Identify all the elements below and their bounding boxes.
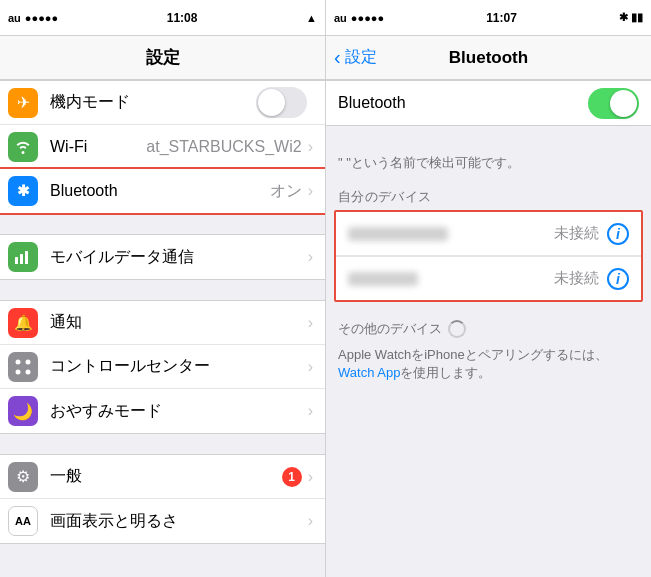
bluetooth-label: Bluetooth xyxy=(50,182,270,200)
cellular-row[interactable]: モバイルデータ通信 › xyxy=(0,235,325,279)
right-status-right: ✱ ▮▮ xyxy=(619,11,643,24)
airplane-toggle-knob xyxy=(258,89,285,116)
battery-status-icon: ▮▮ xyxy=(631,11,643,24)
dnd-chevron-icon: › xyxy=(308,402,313,420)
right-carrier: au xyxy=(334,12,347,24)
separator-space xyxy=(326,306,651,314)
notification-label: 通知 xyxy=(50,312,308,333)
bluetooth-status-icon: ✱ xyxy=(619,11,628,24)
bt-device-1-info-button[interactable]: i xyxy=(607,223,629,245)
cellular-icon xyxy=(8,242,38,272)
dnd-row[interactable]: 🌙 おやすみモード › xyxy=(0,389,325,433)
settings-group-2: モバイルデータ通信 › xyxy=(0,234,325,280)
bt-device-2-name xyxy=(348,272,554,286)
notification-row[interactable]: 🔔 通知 › xyxy=(0,301,325,345)
bt-device-1-name xyxy=(348,227,554,241)
wifi-row[interactable]: Wi-Fi at_STARBUCKS_Wi2 › xyxy=(0,125,325,169)
right-nav-title: Bluetooth xyxy=(449,48,528,68)
right-nav-bar: ‹ 設定 Bluetooth xyxy=(325,36,651,80)
wifi-value: at_STARBUCKS_Wi2 xyxy=(146,138,301,156)
svg-point-5 xyxy=(16,369,21,374)
left-signal: au ●●●●● xyxy=(8,12,58,24)
settings-list: ✈ 機内モード Wi-Fi at_STARBUCKS_Wi2 › ✱ xyxy=(0,80,325,577)
wifi-icon xyxy=(8,132,38,162)
bt-watch-app-text: Apple WatchをiPhoneとペアリングするには、Watch Appを使… xyxy=(326,342,651,390)
dnd-icon: 🌙 xyxy=(8,396,38,426)
left-status-bar: au ●●●●● 11:08 ▲ xyxy=(0,0,325,36)
bt-other-devices-title: その他のデバイス xyxy=(338,320,442,338)
wifi-label: Wi-Fi xyxy=(50,138,146,156)
bluetooth-panel: Bluetooth " "という名前で検出可能です。 自分のデバイス 未接続 i xyxy=(325,80,651,577)
bt-device-2-row[interactable]: 未接続 i xyxy=(336,256,641,300)
wifi-status-icon: ▲ xyxy=(306,12,317,24)
left-time: 11:08 xyxy=(167,11,198,25)
bluetooth-row[interactable]: ✱ Bluetooth オン › xyxy=(0,169,325,213)
bluetooth-value: オン xyxy=(270,181,302,202)
cellular-chevron-icon: › xyxy=(308,248,313,266)
svg-point-3 xyxy=(16,359,21,364)
cellular-label: モバイルデータ通信 xyxy=(50,247,308,268)
right-status-bar: au ●●●●● 11:07 ✱ ▮▮ xyxy=(325,0,651,36)
right-time: 11:07 xyxy=(486,11,517,25)
general-label: 一般 xyxy=(50,466,282,487)
svg-rect-0 xyxy=(15,257,18,264)
bt-devices-box: 未接続 i 未接続 i xyxy=(334,210,643,302)
right-signal-dots: ●●●●● xyxy=(351,12,384,24)
bt-device-1-row[interactable]: 未接続 i xyxy=(336,212,641,256)
bt-toggle[interactable] xyxy=(588,88,639,119)
settings-group-1: ✈ 機内モード Wi-Fi at_STARBUCKS_Wi2 › ✱ xyxy=(0,80,325,214)
display-chevron-icon: › xyxy=(308,512,313,530)
bt-toggle-row[interactable]: Bluetooth xyxy=(326,81,651,125)
notification-icon: 🔔 xyxy=(8,308,38,338)
svg-point-4 xyxy=(26,359,31,364)
status-bars: au ●●●●● 11:08 ▲ au ●●●●● 11:07 ✱ ▮▮ xyxy=(0,0,651,36)
bt-other-devices-section: その他のデバイス xyxy=(326,314,651,342)
svg-rect-1 xyxy=(20,254,23,264)
general-chevron-icon: › xyxy=(308,468,313,486)
airplane-toggle[interactable] xyxy=(256,87,307,118)
bt-main-label: Bluetooth xyxy=(338,94,588,112)
svg-rect-2 xyxy=(25,251,28,264)
airplane-icon: ✈ xyxy=(8,88,38,118)
bluetooth-chevron-icon: › xyxy=(308,182,313,200)
settings-group-4: ⚙ 一般 1 › AA 画面表示と明るさ › xyxy=(0,454,325,544)
display-icon: AA xyxy=(8,506,38,536)
watch-app-link[interactable]: Watch App xyxy=(338,365,400,380)
watch-text-2: を使用します。 xyxy=(400,365,491,380)
dnd-label: おやすみモード xyxy=(50,401,308,422)
bt-toggle-knob xyxy=(610,90,637,117)
bluetooth-icon: ✱ xyxy=(8,176,38,206)
left-nav-bar: 設定 xyxy=(0,36,325,80)
control-center-icon xyxy=(8,352,38,382)
notification-chevron-icon: › xyxy=(308,314,313,332)
bt-device-1-status: 未接続 xyxy=(554,224,599,243)
right-signal: au ●●●●● xyxy=(334,12,384,24)
back-label: 設定 xyxy=(345,47,377,68)
bt-description: " "という名前で検出可能です。 xyxy=(326,146,651,180)
control-center-label: コントロールセンター xyxy=(50,356,308,377)
general-row[interactable]: ⚙ 一般 1 › xyxy=(0,455,325,499)
display-label: 画面表示と明るさ xyxy=(50,511,308,532)
svg-point-6 xyxy=(26,369,31,374)
main-content: ✈ 機内モード Wi-Fi at_STARBUCKS_Wi2 › ✱ xyxy=(0,80,651,577)
bt-device-2-blur xyxy=(348,272,418,286)
settings-group-3: 🔔 通知 › コントロールセンター › 🌙 おやすみモード xyxy=(0,300,325,434)
airplane-label: 機内モード xyxy=(50,92,256,113)
general-badge: 1 xyxy=(282,467,302,487)
bt-device-2-status: 未接続 xyxy=(554,269,599,288)
bt-spinner-icon xyxy=(448,320,466,338)
general-icon: ⚙ xyxy=(8,462,38,492)
control-center-row[interactable]: コントロールセンター › xyxy=(0,345,325,389)
back-button[interactable]: ‹ 設定 xyxy=(334,46,377,69)
bt-device-2-info-button[interactable]: i xyxy=(607,268,629,290)
wifi-chevron-icon: › xyxy=(308,138,313,156)
display-row[interactable]: AA 画面表示と明るさ › xyxy=(0,499,325,543)
left-carrier: au xyxy=(8,12,21,24)
airplane-mode-row[interactable]: ✈ 機内モード xyxy=(0,81,325,125)
bt-my-devices-title: 自分のデバイス xyxy=(326,182,651,210)
bt-toggle-section: Bluetooth xyxy=(326,80,651,126)
left-signal-dots: ●●●●● xyxy=(25,12,58,24)
watch-text-1: Apple WatchをiPhoneとペアリングするには、 xyxy=(338,347,608,362)
back-chevron-icon: ‹ xyxy=(334,46,341,69)
nav-bars: 設定 ‹ 設定 Bluetooth xyxy=(0,36,651,80)
